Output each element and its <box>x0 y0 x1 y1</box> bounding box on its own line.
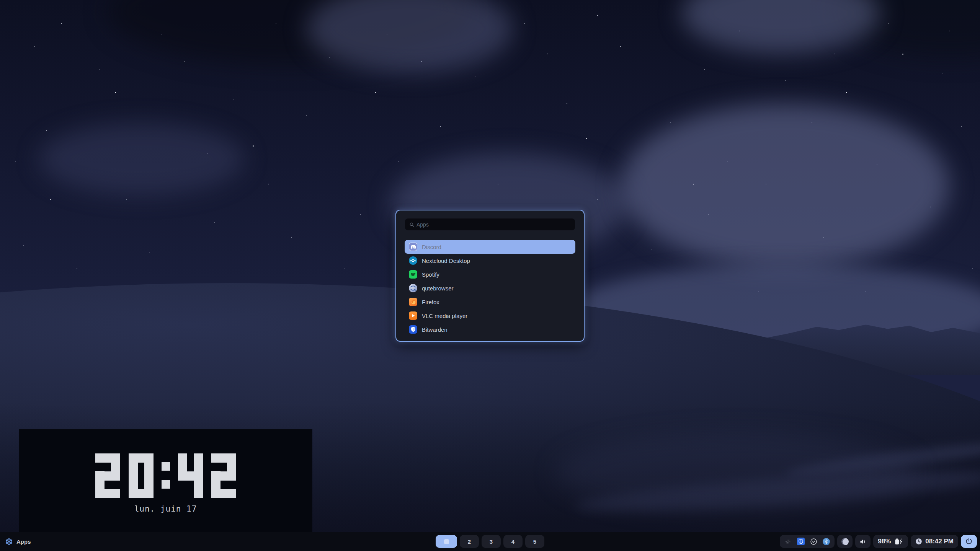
launcher-app-item[interactable]: Spotify <box>405 267 575 281</box>
workspace-button-4[interactable]: 4 <box>503 535 523 548</box>
clock-digit <box>178 453 203 498</box>
night-light-toggle[interactable] <box>837 535 853 548</box>
workspace-switcher: 2 3 4 5 <box>436 535 544 548</box>
clock-indicator[interactable]: 08:42 PM <box>911 535 958 548</box>
sync-arrows-icon <box>784 538 792 545</box>
bluetooth-icon <box>823 538 830 545</box>
workspace-button-3[interactable]: 3 <box>482 535 501 548</box>
clock-widget: lun. juin 17 <box>19 429 312 532</box>
launcher-app-item[interactable]: Firefox <box>405 295 575 309</box>
stars-bright-decor <box>0 0 1 1</box>
volume-control[interactable] <box>855 535 871 548</box>
launcher-app-item[interactable]: qutebrowser <box>405 281 575 295</box>
nix-snowflake-icon <box>5 538 13 546</box>
launcher-app-item[interactable]: Nextcloud Desktop <box>405 254 575 267</box>
power-button[interactable] <box>961 535 977 548</box>
moon-icon <box>841 538 849 545</box>
clock-colon <box>162 453 170 498</box>
clock-date: lun. juin 17 <box>19 504 312 514</box>
launcher-search-box[interactable] <box>405 218 575 230</box>
workspace-button-1[interactable] <box>436 535 457 548</box>
app-label: Bitwarden <box>422 326 448 333</box>
bitwarden-icon <box>409 325 417 334</box>
desktop: lun. juin 17 Discord Nextcloud Desktop S… <box>0 0 980 551</box>
clock-digit <box>129 453 154 498</box>
app-launcher: Discord Nextcloud Desktop Spotify qutebr… <box>395 210 585 342</box>
power-icon <box>965 538 973 545</box>
bitwarden-shield-icon <box>797 538 805 545</box>
workspace-button-5[interactable]: 5 <box>525 535 544 548</box>
cloud-big-right <box>620 103 949 268</box>
app-label: Firefox <box>422 299 439 305</box>
launcher-app-list: Discord Nextcloud Desktop Spotify qutebr… <box>396 240 584 336</box>
check-circle-icon <box>810 538 817 545</box>
workspace-button-2[interactable]: 2 <box>460 535 479 548</box>
clock-icon <box>915 538 922 545</box>
vlc-icon <box>409 311 417 320</box>
apps-menu-button[interactable]: Apps <box>5 532 31 551</box>
battery-charging-icon <box>894 538 903 545</box>
battery-indicator[interactable]: 98% <box>873 535 908 548</box>
nextcloud-icon <box>409 256 417 265</box>
cloud-left <box>38 122 245 195</box>
launcher-app-item[interactable]: Discord <box>405 240 575 254</box>
system-tray: 98% 08:42 PM <box>780 535 977 548</box>
qutebrowser-icon <box>409 284 417 292</box>
launcher-app-item[interactable]: VLC media player <box>405 309 575 323</box>
battery-percent: 98% <box>878 538 891 545</box>
digital-clock-time <box>19 453 312 498</box>
taskbar: Apps 2 3 4 5 98% 08:42 PM <box>0 532 980 551</box>
clock-digit <box>211 453 236 498</box>
volume-icon <box>859 538 867 545</box>
active-workspace-dot <box>444 539 449 544</box>
app-label: Discord <box>422 244 441 250</box>
app-label: Spotify <box>422 271 439 278</box>
cloud-top-right <box>681 0 880 54</box>
clock-digit <box>95 453 120 498</box>
search-input[interactable] <box>416 222 571 228</box>
spotify-icon <box>409 270 417 279</box>
tray-status-icons[interactable] <box>780 535 835 548</box>
tray-time: 08:42 PM <box>925 538 954 545</box>
apps-menu-label: Apps <box>16 538 31 545</box>
app-label: qutebrowser <box>422 285 454 292</box>
discord-icon <box>409 243 417 251</box>
app-label: VLC media player <box>422 313 467 319</box>
search-icon <box>409 222 415 227</box>
app-label: Nextcloud Desktop <box>422 258 470 264</box>
launcher-app-item[interactable]: Bitwarden <box>405 323 575 336</box>
firefox-icon <box>409 298 417 306</box>
